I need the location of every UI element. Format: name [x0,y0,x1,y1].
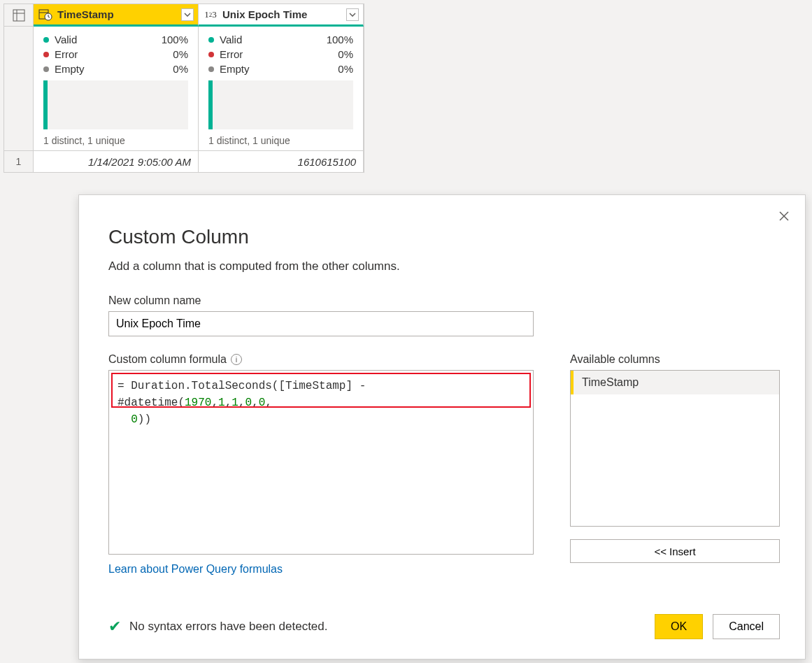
column-profile-timestamp: Valid100% Error0% Empty0% 1 distinct, 1 … [34,27,199,151]
dialog-subtitle: Add a column that is computed from the o… [108,259,780,273]
table-icon [13,9,25,22]
column-filter-dropdown[interactable] [181,8,194,21]
cell-timestamp[interactable]: 1/14/2021 9:05:00 AM [34,151,199,172]
distribution-bar [43,80,188,129]
check-icon: ✔ [108,618,121,636]
dialog-title: Custom Column [108,226,780,248]
error-label: Error [55,48,78,60]
quality-row-gutter [4,27,34,151]
ok-button[interactable]: OK [655,614,703,639]
chevron-down-icon [184,13,191,17]
valid-pct: 100% [327,34,353,45]
close-icon [778,211,790,222]
empty-pct: 0% [173,63,188,75]
distinct-summary: 1 distinct, 1 unique [43,135,188,146]
error-pct: 0% [173,48,188,60]
learn-link[interactable]: Learn about Power Query formulas [108,563,534,576]
error-pct: 0% [338,48,353,60]
empty-dot-icon [208,66,214,72]
error-label: Error [220,48,243,60]
column-name: Unix Epoch Time [222,8,346,20]
valid-dot-icon [43,37,49,43]
valid-pct: 100% [162,34,188,45]
chevron-down-icon [349,13,356,17]
formula-label-text: Custom column formula [108,353,227,366]
column-name: TimeStamp [57,8,181,20]
datetime-type-icon [38,8,53,21]
row-number[interactable]: 1 [4,151,34,172]
error-dot-icon [43,52,49,57]
formula-label: Custom column formula i [108,353,534,366]
distribution-bar [208,80,353,129]
valid-label: Valid [220,34,242,45]
formula-code: = Duration.TotalSeconds([TimeStamp] - #d… [109,371,533,435]
query-preview-grid: TimeStamp 123 Unix Epoch Time Valid100% … [3,3,364,173]
column-profile-unix: Valid100% Error0% Empty0% 1 distinct, 1 … [199,27,364,151]
custom-column-dialog: Custom Column Add a column that is compu… [78,194,806,660]
status-text: No syntax errors have been detected. [129,620,328,634]
column-filter-dropdown[interactable] [346,8,359,21]
available-column-item[interactable]: TimeStamp [571,371,779,394]
error-dot-icon [208,52,214,57]
column-header-timestamp[interactable]: TimeStamp [34,4,199,27]
row-selector-corner[interactable] [4,4,34,27]
distinct-summary: 1 distinct, 1 unique [208,135,353,146]
new-column-name-input[interactable] [108,311,534,336]
cell-unix[interactable]: 1610615100 [199,151,364,172]
empty-label: Empty [220,63,250,75]
cancel-button[interactable]: Cancel [713,614,780,639]
insert-button[interactable]: << Insert [570,539,780,563]
empty-pct: 0% [338,63,353,75]
svg-rect-0 [13,10,24,21]
formula-editor[interactable]: = Duration.TotalSeconds([TimeStamp] - #d… [108,370,534,555]
empty-dot-icon [43,66,49,72]
available-columns-label: Available columns [570,353,780,366]
available-columns-list[interactable]: TimeStamp [570,370,780,527]
column-header-unix[interactable]: 123 Unix Epoch Time [199,4,364,27]
number-type-icon: 123 [203,9,218,20]
empty-label: Empty [55,63,85,75]
close-button[interactable] [774,206,794,226]
info-icon[interactable]: i [231,354,242,365]
valid-dot-icon [208,37,214,43]
valid-label: Valid [55,34,77,45]
new-column-name-label: New column name [108,294,780,307]
